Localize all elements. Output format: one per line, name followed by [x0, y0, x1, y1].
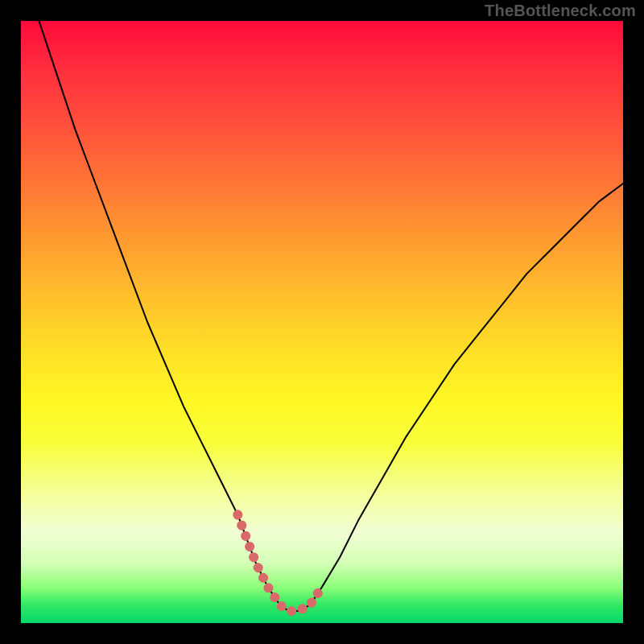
bottleneck-curve — [39, 21, 623, 611]
optimal-range-highlight — [237, 514, 322, 611]
plot-svg — [21, 21, 623, 623]
chart-frame: TheBottleneck.com — [0, 0, 644, 644]
watermark-text: TheBottleneck.com — [485, 2, 636, 20]
plot-area — [21, 21, 623, 623]
